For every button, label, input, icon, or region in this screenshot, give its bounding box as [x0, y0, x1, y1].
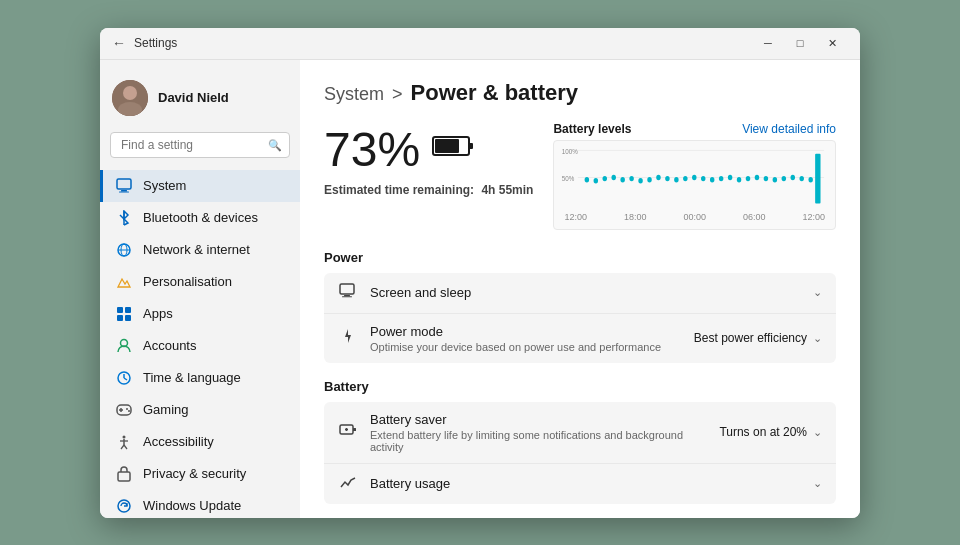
- battery-saver-icon: [338, 422, 358, 442]
- sidebar-item-time[interactable]: Time & language: [100, 362, 300, 394]
- svg-point-45: [684, 175, 688, 180]
- power-mode-icon: [338, 328, 358, 348]
- svg-rect-10: [117, 307, 123, 313]
- svg-point-51: [737, 176, 741, 181]
- sidebar-item-gaming[interactable]: Gaming: [100, 394, 300, 426]
- screen-sleep-chevron: ⌄: [813, 286, 822, 299]
- svg-point-59: [809, 176, 813, 181]
- chart-svg: 100% 50%: [560, 145, 829, 210]
- svg-point-1: [123, 86, 137, 100]
- svg-point-39: [630, 175, 634, 180]
- svg-point-53: [755, 174, 759, 179]
- svg-rect-25: [118, 472, 130, 481]
- svg-point-46: [692, 174, 696, 179]
- battery-usage-right: ⌄: [813, 477, 822, 490]
- svg-point-23: [123, 435, 126, 438]
- sidebar-item-label-update: Windows Update: [143, 498, 241, 513]
- sidebar: David Nield 🔍 System Bluetooth & devices: [100, 60, 300, 518]
- back-button[interactable]: ←: [112, 35, 126, 51]
- svg-point-41: [648, 176, 652, 181]
- x-label-1800: 18:00: [624, 212, 647, 222]
- battery-saver-right: Turns on at 20% ⌄: [719, 425, 822, 439]
- battery-top-section: 73% Estimated time remaining: 4h 55min: [324, 122, 836, 230]
- svg-rect-62: [344, 295, 350, 296]
- page-header: System > Power & battery: [324, 80, 836, 106]
- svg-point-47: [701, 175, 705, 180]
- bluetooth-icon: [115, 209, 133, 227]
- sidebar-item-label-time: Time & language: [143, 370, 241, 385]
- svg-rect-5: [119, 191, 129, 192]
- system-icon: [115, 177, 133, 195]
- sidebar-item-network[interactable]: Network & internet: [100, 234, 300, 266]
- battery-info: 73% Estimated time remaining: 4h 55min: [324, 122, 533, 230]
- svg-point-49: [719, 175, 723, 180]
- chart-x-labels: 12:00 18:00 00:00 06:00 12:00: [560, 212, 829, 222]
- sidebar-item-label-bluetooth: Bluetooth & devices: [143, 210, 258, 225]
- svg-rect-11: [125, 307, 131, 313]
- estimated-label: Estimated time remaining:: [324, 183, 474, 197]
- sidebar-item-label-gaming: Gaming: [143, 402, 189, 417]
- apps-icon: [115, 305, 133, 323]
- sidebar-item-label-accessibility: Accessibility: [143, 434, 214, 449]
- minimize-button[interactable]: ─: [752, 28, 784, 60]
- svg-point-52: [746, 175, 750, 180]
- power-mode-row[interactable]: Power mode Optimise your device based on…: [324, 314, 836, 363]
- sidebar-item-accounts[interactable]: Accounts: [100, 330, 300, 362]
- accessibility-icon: [115, 433, 133, 451]
- breadcrumb-system: System: [324, 84, 384, 105]
- get-help-row[interactable]: ? Get help: [324, 516, 836, 518]
- screen-sleep-row[interactable]: Screen and sleep ⌄: [324, 273, 836, 314]
- avatar: [112, 80, 148, 116]
- battery-saver-row[interactable]: Battery saver Extend battery life by lim…: [324, 402, 836, 464]
- close-button[interactable]: ✕: [816, 28, 848, 60]
- svg-point-37: [612, 174, 616, 179]
- screen-sleep-text: Screen and sleep: [370, 285, 801, 300]
- battery-usage-row[interactable]: Battery usage ⌄: [324, 464, 836, 504]
- battery-usage-icon: [338, 474, 358, 494]
- personalisation-icon: [115, 273, 133, 291]
- network-icon: [115, 241, 133, 259]
- sidebar-item-system[interactable]: System: [100, 170, 300, 202]
- sidebar-item-apps[interactable]: Apps: [100, 298, 300, 330]
- svg-point-54: [764, 175, 768, 180]
- sidebar-item-accessibility[interactable]: Accessibility: [100, 426, 300, 458]
- screen-sleep-title: Screen and sleep: [370, 285, 801, 300]
- svg-point-36: [603, 175, 607, 180]
- user-profile: David Nield: [100, 72, 300, 132]
- sidebar-item-label-apps: Apps: [143, 306, 173, 321]
- power-mode-desc: Optimise your device based on power use …: [370, 341, 682, 353]
- view-detailed-info-link[interactable]: View detailed info: [742, 122, 836, 136]
- power-settings-card: Screen and sleep ⌄ Power mode Op: [324, 273, 836, 363]
- power-mode-value: Best power efficiency: [694, 331, 807, 345]
- sidebar-item-privacy[interactable]: Privacy & security: [100, 458, 300, 490]
- svg-point-43: [666, 175, 670, 180]
- percentage-value: 73%: [324, 122, 420, 177]
- svg-rect-28: [469, 143, 473, 149]
- privacy-icon: [115, 465, 133, 483]
- accounts-icon: [115, 337, 133, 355]
- svg-point-50: [728, 174, 732, 179]
- sidebar-item-update[interactable]: Windows Update: [100, 490, 300, 518]
- battery-saver-value: Turns on at 20%: [719, 425, 807, 439]
- svg-rect-63: [342, 296, 352, 297]
- svg-point-44: [675, 176, 679, 181]
- sidebar-item-bluetooth[interactable]: Bluetooth & devices: [100, 202, 300, 234]
- battery-chart-area: Battery levels View detailed info 100% 5…: [553, 122, 836, 230]
- svg-rect-4: [121, 190, 127, 192]
- svg-rect-65: [353, 428, 356, 431]
- chart-header: Battery levels View detailed info: [553, 122, 836, 136]
- window-controls: ─ □ ✕: [752, 28, 848, 60]
- sidebar-item-personalisation[interactable]: Personalisation: [100, 266, 300, 298]
- svg-rect-60: [816, 153, 821, 203]
- svg-point-57: [791, 174, 795, 179]
- maximize-button[interactable]: □: [784, 28, 816, 60]
- titlebar: ← Settings ─ □ ✕: [100, 28, 860, 60]
- search-input[interactable]: [110, 132, 290, 158]
- battery-saver-desc: Extend battery life by limiting some not…: [370, 429, 707, 453]
- svg-point-58: [800, 175, 804, 180]
- svg-rect-12: [117, 315, 123, 321]
- sidebar-item-label-accounts: Accounts: [143, 338, 196, 353]
- sidebar-item-label-network: Network & internet: [143, 242, 250, 257]
- power-mode-right[interactable]: Best power efficiency ⌄: [694, 331, 822, 345]
- sidebar-item-label-system: System: [143, 178, 186, 193]
